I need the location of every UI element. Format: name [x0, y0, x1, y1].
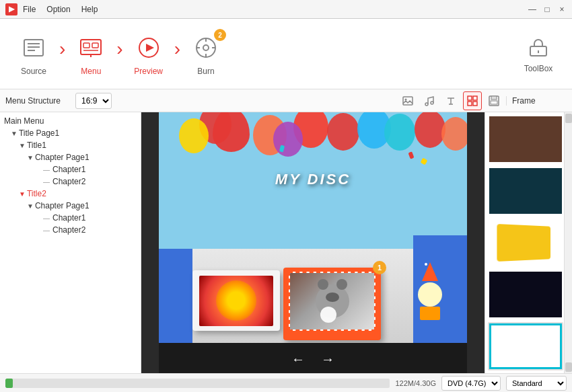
quality-select[interactable]: Standard High Quality Best Quality	[506, 376, 567, 391]
svg-rect-32	[491, 96, 497, 100]
music-icon-btn[interactable]	[420, 91, 439, 110]
svg-marker-11	[146, 44, 154, 52]
svg-point-13	[203, 45, 209, 50]
frame-thumb-yellow[interactable]	[488, 219, 563, 267]
frame-badge: 1	[373, 261, 386, 274]
svg-rect-29	[468, 102, 472, 106]
preview-icon	[133, 32, 165, 64]
progress-fill	[5, 379, 13, 388]
maximize-button[interactable]: □	[542, 5, 552, 14]
burn-badge: 2	[214, 29, 226, 41]
dvd-select[interactable]: DVD (4.7G) DVD (8.5G) BD (25G)	[441, 376, 501, 391]
tree-title1[interactable]: ▼ Title1	[0, 139, 141, 151]
svg-point-23	[431, 102, 433, 104]
party-character	[413, 262, 447, 316]
highlight-circle	[320, 307, 336, 323]
svg-rect-28	[473, 96, 477, 100]
ratio-select[interactable]: 16:9 4:3	[75, 93, 112, 109]
tree-chapter1-2[interactable]: — Chapter1	[0, 212, 141, 224]
main-area: Main Menu ▼ Title Page1 ▼ Title1 ▼ Chapt…	[0, 112, 572, 373]
tree-title-page1[interactable]: ▼ Title Page1	[0, 127, 141, 139]
close-button[interactable]: ×	[557, 5, 567, 14]
progress-bar	[5, 379, 390, 388]
preview-button[interactable]: Preview	[122, 24, 176, 84]
tree-panel: Main Menu ▼ Title Page1 ▼ Title1 ▼ Chapt…	[0, 112, 141, 373]
tree-chapter-page1-2[interactable]: ▼ Chapter Page1	[0, 200, 141, 212]
tree-chapter2-1[interactable]: — Chapter2	[0, 175, 141, 188]
tree-title2[interactable]: ▼ Title2	[0, 188, 141, 200]
source-button[interactable]: Source	[7, 24, 61, 84]
frame-list	[485, 112, 564, 373]
tree-chapter1-1[interactable]: — Chapter1	[0, 163, 141, 175]
status-bar: 122M/4.30G DVD (4.7G) DVD (8.5G) BD (25G…	[0, 373, 572, 392]
image-icon-btn[interactable]	[398, 91, 417, 110]
left-podium	[192, 270, 280, 331]
source-icon	[17, 32, 50, 64]
next-arrow[interactable]: →	[321, 352, 334, 367]
window-controls: — □ ×	[528, 5, 567, 14]
title-bar: ▶ File Option Help — □ ×	[0, 0, 572, 19]
svg-rect-33	[491, 101, 497, 104]
burn-button[interactable]: 2 Burn	[179, 24, 233, 84]
svg-rect-6	[92, 43, 98, 48]
canvas-area: MY DISC	[141, 112, 485, 373]
status-info: 122M/4.30G	[395, 379, 436, 387]
text-icon-btn[interactable]	[441, 91, 460, 110]
svg-rect-20	[403, 97, 413, 105]
toolbox-button[interactable]: ToolBox	[511, 24, 565, 84]
save-icon-btn[interactable]	[485, 91, 503, 110]
canvas-nav-bar: ← →	[159, 344, 467, 373]
right-scrollbar[interactable]	[564, 112, 572, 373]
app-icon: ▶	[5, 3, 17, 15]
prev-arrow[interactable]: ←	[291, 352, 305, 367]
svg-rect-5	[83, 43, 90, 48]
help-menu[interactable]: Help	[81, 5, 98, 14]
frame-thumb-cyan[interactable]	[488, 322, 563, 370]
svg-rect-27	[468, 96, 472, 100]
grid-icon-btn[interactable]	[463, 91, 482, 110]
menu-bar: File Option Help	[23, 5, 98, 14]
file-menu[interactable]: File	[23, 5, 36, 14]
right-panel	[485, 112, 572, 373]
menu-structure-label: Menu Structure	[5, 96, 73, 106]
option-menu[interactable]: Option	[46, 5, 70, 14]
svg-point-22	[425, 103, 428, 106]
frame-panel-label: Frame	[506, 96, 567, 106]
frame-thumb-brown[interactable]	[488, 115, 563, 163]
menu-icon	[75, 32, 107, 64]
disc-title: MY DISC	[275, 171, 351, 188]
frame-thumb-teal[interactable]	[488, 167, 563, 215]
menu-button[interactable]: Menu	[64, 24, 118, 84]
tree-chapter2-2[interactable]: — Chapter2	[0, 224, 141, 236]
frame-thumb-dark[interactable]	[488, 270, 563, 319]
center-podium[interactable]: 1	[283, 268, 381, 340]
sub-toolbar: Menu Structure 16:9 4:3 Frame	[0, 89, 572, 112]
toolbox-icon	[525, 34, 552, 61]
tree-main-menu[interactable]: Main Menu	[0, 115, 141, 127]
minimize-button[interactable]: —	[528, 5, 537, 14]
main-toolbar: Source › Menu › Preview › 2	[0, 19, 572, 89]
svg-rect-30	[473, 102, 477, 106]
tree-chapter-page1-1[interactable]: ▼ Chapter Page1	[0, 151, 141, 163]
